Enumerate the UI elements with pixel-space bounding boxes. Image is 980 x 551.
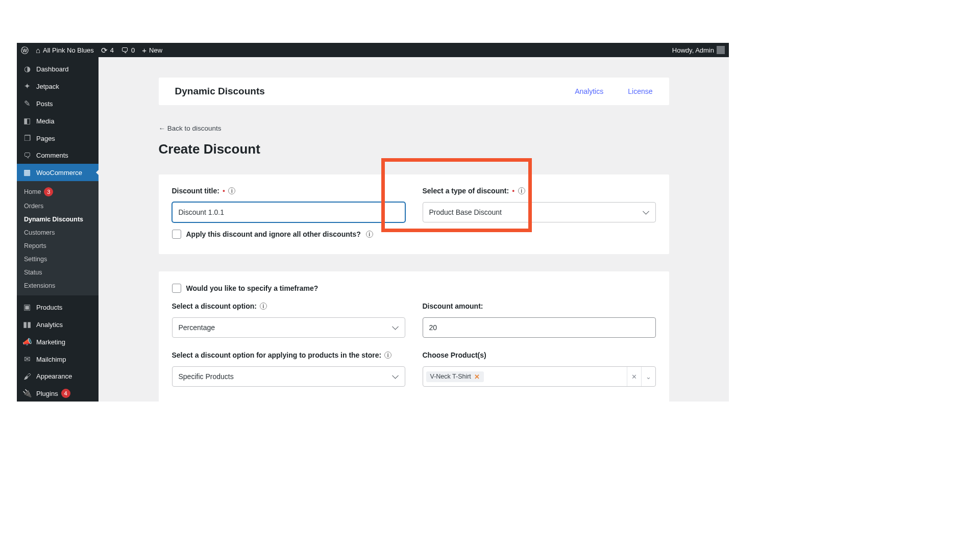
count-badge: 3 bbox=[44, 187, 53, 196]
sidebar-item-dashboard[interactable]: ◑Dashboard bbox=[17, 60, 99, 78]
comments-count: 0 bbox=[131, 46, 135, 54]
submenu-item[interactable]: Customers bbox=[17, 226, 99, 239]
submenu-item[interactable]: Settings bbox=[17, 253, 99, 266]
sidebar-item-label: Dashboard bbox=[36, 65, 69, 73]
sidebar-item-woocommerce[interactable]: ▦ WooCommerce bbox=[17, 164, 99, 181]
submenu-label: Reports bbox=[24, 242, 46, 249]
sidebar-item-comments[interactable]: 🗨Comments bbox=[17, 147, 99, 164]
discount-amount-label: Discount amount: bbox=[423, 302, 656, 310]
posts-icon: ✎ bbox=[22, 99, 32, 108]
submenu-item[interactable]: Reports bbox=[17, 239, 99, 253]
timeframe-checkbox[interactable] bbox=[172, 284, 181, 293]
wp-logo[interactable]: ⓦ bbox=[21, 46, 29, 54]
sidebar-item-media[interactable]: ◧Media bbox=[17, 112, 99, 130]
info-icon[interactable]: i bbox=[228, 187, 235, 194]
sidebar-item-label: Appearance bbox=[36, 372, 72, 380]
discount-title-input[interactable] bbox=[172, 202, 405, 222]
marketing-icon: 📣 bbox=[22, 337, 32, 346]
sidebar-item-plugins[interactable]: 🔌Plugins4 bbox=[17, 385, 99, 402]
chevron-down-icon[interactable]: ⌄ bbox=[641, 367, 655, 386]
timeframe-label: Would you like to specify a timeframe? bbox=[186, 284, 318, 292]
plugin-title: Dynamic Discounts bbox=[175, 86, 265, 97]
submenu-item[interactable]: Home3 bbox=[17, 184, 99, 199]
media-icon: ◧ bbox=[22, 116, 32, 126]
plugins-icon: 🔌 bbox=[22, 389, 32, 398]
apply-ignore-label: Apply this discount and ignore all other… bbox=[186, 230, 361, 238]
remove-token-button[interactable]: ✕ bbox=[474, 373, 480, 381]
products-icon: ▣ bbox=[22, 303, 32, 312]
submenu-label: Settings bbox=[24, 256, 47, 263]
submenu-item[interactable]: Dynamic Discounts bbox=[17, 213, 99, 226]
site-name-link[interactable]: ⌂All Pink No Blues bbox=[36, 46, 94, 54]
discount-amount-input[interactable] bbox=[423, 317, 656, 338]
sidebar-item-posts[interactable]: ✎Posts bbox=[17, 95, 99, 112]
admin-sidebar: ◑Dashboard✦Jetpack✎Posts◧Media❐Pages🗨Com… bbox=[17, 57, 99, 402]
sidebar-item-mailchimp[interactable]: ✉Mailchimp bbox=[17, 350, 99, 368]
info-icon[interactable]: i bbox=[384, 352, 391, 359]
sidebar-item-label: Plugins bbox=[36, 390, 58, 397]
info-icon[interactable]: i bbox=[260, 303, 267, 310]
analytics-menu-icon: ▮▮ bbox=[22, 320, 32, 329]
content-area: Dynamic Discounts Analytics License ← Ba… bbox=[99, 57, 729, 402]
comments-link[interactable]: 🗨0 bbox=[121, 46, 135, 54]
comment-icon: 🗨 bbox=[121, 46, 129, 54]
clear-all-button[interactable]: ✕ bbox=[627, 367, 641, 386]
updates-count: 4 bbox=[110, 46, 114, 54]
discount-option-label: Select a discount option: i bbox=[172, 302, 405, 310]
required-icon: ● bbox=[512, 188, 514, 193]
sidebar-item-label: Analytics bbox=[36, 321, 63, 329]
updates-link[interactable]: ⟳4 bbox=[101, 46, 114, 54]
apply-products-label: Select a discount option for applying to… bbox=[172, 351, 405, 359]
comments-icon: 🗨 bbox=[22, 151, 32, 160]
submenu-label: Customers bbox=[24, 229, 55, 236]
sidebar-item-marketing[interactable]: 📣Marketing bbox=[17, 333, 99, 350]
sidebar-item-label: Mailchimp bbox=[36, 356, 66, 363]
submenu-item[interactable]: Orders bbox=[17, 199, 99, 213]
sidebar-item-label: Products bbox=[36, 304, 62, 311]
new-label: New bbox=[149, 46, 162, 54]
admin-bar: ⓦ ⌂All Pink No Blues ⟳4 🗨0 +New Howdy, A… bbox=[17, 43, 729, 57]
sidebar-item-pages[interactable]: ❐Pages bbox=[17, 130, 99, 147]
page-title: Create Discount bbox=[159, 141, 669, 157]
apply-ignore-checkbox[interactable] bbox=[172, 230, 181, 239]
count-badge: 4 bbox=[61, 389, 70, 398]
new-content-link[interactable]: +New bbox=[142, 46, 162, 54]
sidebar-item-label: Pages bbox=[36, 135, 55, 142]
sidebar-item-label: Marketing bbox=[36, 338, 65, 346]
discount-type-label: Select a type of discount: ● i bbox=[423, 187, 656, 195]
apply-products-select[interactable]: Specific Products bbox=[172, 366, 405, 387]
info-icon[interactable]: i bbox=[518, 187, 525, 194]
updates-icon: ⟳ bbox=[101, 46, 108, 54]
sidebar-item-analytics-menu[interactable]: ▮▮Analytics bbox=[17, 316, 99, 333]
sidebar-item-jetpack[interactable]: ✦Jetpack bbox=[17, 78, 99, 95]
discount-title-label: Discount title: ● i bbox=[172, 187, 405, 195]
license-link[interactable]: License bbox=[628, 87, 652, 95]
howdy-link[interactable]: Howdy, Admin bbox=[672, 46, 725, 54]
dashboard-icon: ◑ bbox=[22, 64, 32, 73]
plus-icon: + bbox=[142, 46, 146, 54]
submenu-label: Status bbox=[24, 269, 42, 276]
submenu-item[interactable]: Extensions bbox=[17, 279, 99, 292]
required-icon: ● bbox=[223, 188, 225, 193]
discount-config-card: Would you like to specify a timeframe? S… bbox=[159, 271, 669, 402]
sidebar-item-label: Media bbox=[36, 117, 54, 125]
choose-products-input[interactable]: V-Neck T-Shirt ✕ ✕ ⌄ bbox=[423, 366, 656, 387]
sidebar-item-products[interactable]: ▣Products bbox=[17, 298, 99, 316]
submenu-label: Dynamic Discounts bbox=[24, 216, 83, 223]
sidebar-item-appearance[interactable]: 🖌Appearance bbox=[17, 368, 99, 385]
back-to-discounts-link[interactable]: ← Back to discounts bbox=[159, 124, 669, 132]
mailchimp-icon: ✉ bbox=[22, 355, 32, 364]
choose-products-label: Choose Product(s) bbox=[423, 351, 656, 359]
submenu-label: Orders bbox=[24, 203, 43, 210]
analytics-link[interactable]: Analytics bbox=[575, 87, 603, 95]
discount-option-select[interactable]: Percentage bbox=[172, 317, 405, 338]
howdy-text: Howdy, Admin bbox=[672, 46, 714, 54]
pages-icon: ❐ bbox=[22, 134, 32, 143]
info-icon[interactable]: i bbox=[366, 231, 373, 238]
submenu-label: Extensions bbox=[24, 282, 55, 289]
submenu-item[interactable]: Status bbox=[17, 266, 99, 279]
sidebar-item-label: Comments bbox=[36, 152, 68, 159]
discount-type-select[interactable]: Product Base Discount bbox=[423, 202, 656, 222]
appearance-icon: 🖌 bbox=[22, 372, 32, 381]
site-name: All Pink No Blues bbox=[43, 46, 94, 54]
